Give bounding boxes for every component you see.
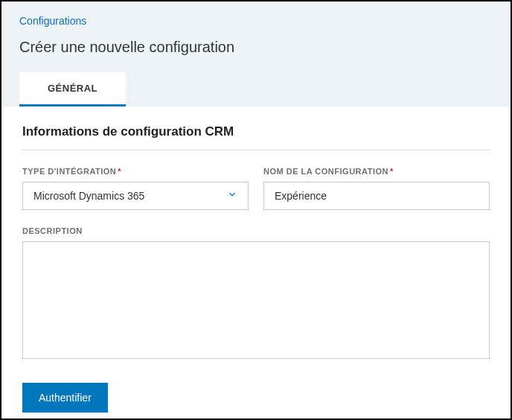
required-indicator: * (118, 167, 121, 176)
breadcrumb-configurations[interactable]: Configurations (19, 15, 493, 27)
tab-general[interactable]: GÉNÉRAL (19, 72, 126, 106)
config-name-input[interactable] (263, 182, 490, 210)
tabs: GÉNÉRAL (19, 72, 493, 106)
description-textarea[interactable] (22, 241, 490, 359)
integration-type-value: Microsoft Dynamics 365 (33, 190, 227, 202)
label-description: DESCRIPTION (22, 226, 490, 235)
label-config-name: NOM DE LA CONFIGURATION* (263, 167, 490, 176)
label-integration-type: TYPE D'INTÉGRATION* (22, 167, 249, 176)
divider (22, 150, 490, 150)
authenticate-button[interactable]: Authentifier (22, 383, 108, 413)
integration-type-select[interactable]: Microsoft Dynamics 365 (22, 182, 249, 210)
section-title: Informations de configuration CRM (22, 124, 490, 139)
required-indicator: * (390, 167, 394, 176)
page-title: Créer une nouvelle configuration (19, 39, 493, 56)
chevron-down-icon (227, 189, 237, 203)
